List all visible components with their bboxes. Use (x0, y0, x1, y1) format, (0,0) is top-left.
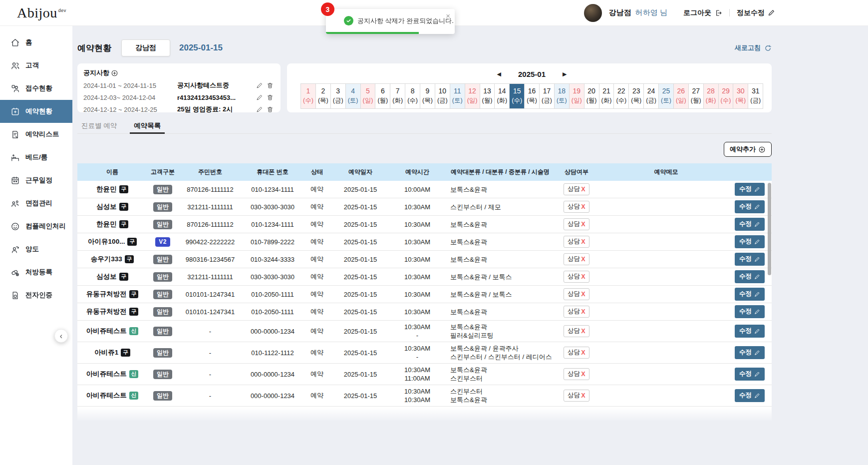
sidebar-item-home[interactable]: 홈 (0, 31, 72, 54)
customer-name: 한윤민 (96, 185, 117, 194)
calendar-day[interactable]: 16 (목) (524, 84, 539, 108)
calendar-day[interactable]: 22 (수) (613, 84, 628, 108)
edit-button[interactable]: 수정 (735, 183, 765, 196)
page-title: 예약현황 (77, 42, 111, 54)
customer-name-cell: 한윤민 구 (77, 183, 147, 196)
add-reservation-button[interactable]: 예약추가 (724, 142, 772, 157)
edit-button[interactable]: 수정 (735, 325, 765, 338)
calendar-day[interactable]: 28 (화) (703, 84, 718, 108)
edit-button[interactable]: 수정 (735, 218, 765, 231)
calendar-day[interactable]: 17 (금) (539, 84, 554, 108)
calendar-day[interactable]: 10 (금) (435, 84, 450, 108)
sidebar-item-transfer[interactable]: 양도 (0, 238, 72, 261)
refresh-button[interactable]: 새로고침 (735, 43, 772, 52)
tab-reservation-list[interactable]: 예약목록 (130, 119, 165, 134)
customer-name: 심성보 (96, 272, 117, 281)
calendar-day[interactable]: 1 (수) (301, 84, 315, 108)
edit-button[interactable]: 수정 (735, 305, 765, 318)
edit-button[interactable]: 수정 (735, 389, 765, 402)
branch-select-button[interactable]: 강남점 (121, 39, 170, 56)
toast-progress-bar (326, 32, 419, 34)
notice-delete-icon[interactable] (267, 106, 274, 113)
calendar-day[interactable]: 3 (금) (330, 84, 345, 108)
sidebar-item-reservation-list[interactable]: 예약리스트 (0, 123, 72, 146)
category-cell: 보톡스&윤곽 / 보톡스 (445, 288, 556, 301)
customer-type-cell: 일반 (147, 270, 178, 284)
phone-cell: 000-0000-1234 (242, 326, 303, 337)
current-date: 2025-01-15 (179, 43, 223, 53)
calendar-day[interactable]: 25 (토) (658, 84, 673, 108)
calendar-day[interactable]: 8 (수) (405, 84, 420, 108)
calendar-day[interactable]: 14 (화) (494, 84, 509, 108)
calendar-day[interactable]: 4 (토) (345, 84, 360, 108)
calendar-day[interactable]: 11 (토) (450, 84, 465, 108)
notice-add-icon[interactable] (111, 69, 118, 77)
sidebar-collapse-button[interactable]: ‹ (54, 329, 68, 343)
notice-delete-icon[interactable] (267, 94, 274, 101)
phone-cell: 010-3244-3333 (242, 254, 303, 265)
edit-info-button[interactable]: 정보수정 (737, 8, 775, 17)
sidebar-item-complaint[interactable]: 컴플레인처리 (0, 215, 72, 238)
customer-type-badge: 일반 (153, 220, 172, 229)
status-cell: 예약 (303, 183, 331, 196)
calendar-day[interactable]: 21 (화) (599, 84, 614, 108)
user-avatar[interactable] (584, 4, 602, 22)
sidebar-item-prescription[interactable]: 처방등록 (0, 261, 72, 284)
phone-cell: 010-1234-1111 (242, 219, 303, 230)
calendar-day[interactable]: 6 (월) (375, 84, 390, 108)
sidebar-item-e-cert[interactable]: 전자인증 (0, 284, 72, 307)
calendar-day[interactable]: 2 (목) (315, 84, 330, 108)
sidebar-item-reservation-status[interactable]: 예약현황 (0, 100, 72, 123)
sidebar-item-reception[interactable]: 접수현황 (0, 77, 72, 100)
sidebar-item-customers[interactable]: 고객 (0, 54, 72, 77)
calendar-day[interactable]: 23 (목) (628, 84, 643, 108)
calendar-prev-icon[interactable]: ◀ (495, 70, 503, 78)
notice-delete-icon[interactable] (267, 82, 274, 89)
customer-type-badge: 일반 (153, 185, 172, 194)
edit-button[interactable]: 수정 (735, 200, 765, 213)
notice-edit-icon[interactable] (256, 106, 263, 113)
calendar-day[interactable]: 29 (수) (718, 84, 733, 108)
calendar-day[interactable]: 12 (일) (465, 84, 480, 108)
calendar-day[interactable]: 20 (월) (584, 84, 599, 108)
edit-button[interactable]: 수정 (735, 368, 765, 381)
calendar-next-icon[interactable]: ▶ (561, 70, 569, 78)
bed-room-icon (10, 153, 20, 162)
table-scrollbar[interactable] (768, 183, 771, 275)
notice-edit-icon[interactable] (256, 82, 263, 89)
memo-cell (597, 292, 735, 296)
calendar-day[interactable]: 30 (목) (733, 84, 748, 108)
sidebar-item-bed-room[interactable]: 베드/룸 (0, 146, 72, 169)
edit-button[interactable]: 수정 (735, 235, 765, 248)
calendar-day[interactable]: 13 (월) (480, 84, 495, 108)
calendar-day[interactable]: 24 (금) (643, 84, 658, 108)
customer-name-cell: 아비쥬테스트 신 (77, 368, 147, 381)
customer-name-cell: 아비쥬1 구 (77, 346, 147, 359)
calendar-day[interactable]: 9 (목) (420, 84, 435, 108)
phone-cell: 010-1122-1112 (242, 347, 303, 359)
actions-cell: 수정 (735, 198, 772, 215)
tab-by-treatment[interactable]: 진료별 예약 (77, 119, 121, 133)
calendar-day[interactable]: 5 (일) (360, 84, 375, 108)
calendar-day[interactable]: 26 (일) (673, 84, 688, 108)
edit-button[interactable]: 수정 (735, 253, 765, 266)
actions-cell: 수정 (735, 303, 772, 320)
calendar-day[interactable]: 27 (월) (688, 84, 703, 108)
sidebar-item-interview[interactable]: 면접관리 (0, 192, 72, 215)
customer-name-cell: 심성보 구 (77, 200, 147, 213)
notice-edit-icon[interactable] (256, 94, 263, 101)
consult-cell: 상담X (556, 216, 597, 232)
calendar-day[interactable]: 19 (일) (569, 84, 584, 108)
calendar-day[interactable]: 15 (수) (509, 84, 524, 108)
calendar-day[interactable]: 18 (토) (554, 84, 569, 108)
table-row: 아비쥬테스트 신 일반 - 000-0000-1234 예약 2025-01-1… (77, 364, 772, 385)
sidebar-item-work-schedule[interactable]: 근무일정 (0, 169, 72, 192)
edit-button[interactable]: 수정 (735, 288, 765, 301)
calendar-day[interactable]: 31 (금) (748, 84, 763, 108)
toast-close-icon[interactable]: × (446, 12, 450, 19)
notice-date-range: 2024-12-12 ~ 2024-12-25 (83, 106, 177, 113)
calendar-day[interactable]: 7 (화) (390, 84, 405, 108)
logout-button[interactable]: 로그아웃 (683, 8, 722, 17)
edit-button[interactable]: 수정 (735, 270, 765, 283)
edit-button[interactable]: 수정 (735, 346, 765, 359)
